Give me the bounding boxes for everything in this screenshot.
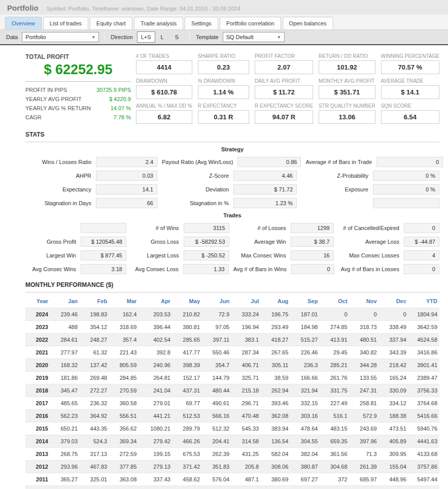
month-value-cell: 344.28	[350, 359, 379, 372]
metric-daily-avg-profit: DAILY AVG PROFIT$ 11.72	[255, 78, 313, 99]
month-value-cell: 405.89	[379, 435, 408, 448]
monthly-col-header: Feb	[80, 295, 109, 308]
month-value-cell: 351.83	[202, 461, 231, 473]
month-value-cell: 529.28	[173, 486, 202, 489]
year-cell: 2012	[25, 461, 50, 473]
month-value-cell: 480.51	[350, 334, 379, 346]
metric-profit-factor: PROFIT FACTOR2.07	[255, 53, 313, 74]
stat-label: Avg # of Bars in Wins	[233, 266, 287, 272]
table-row: 2014379.03524.3369.34279.42466.26204.413…	[25, 435, 439, 448]
tab-portfolio-correlation[interactable]: Portfolio correlation	[220, 17, 281, 29]
month-value-cell: 293.49	[261, 321, 290, 334]
month-value-cell: 203.53	[139, 308, 173, 321]
month-value-cell: 187.01	[290, 308, 320, 321]
monthly-section-title: MONTHLY PERFORMANCE ($)	[25, 281, 439, 288]
monthly-col-header: Nov	[350, 295, 379, 308]
stat-value-box: $ 71.72	[233, 184, 297, 194]
month-value-cell: 331.75	[320, 384, 349, 397]
stat-value-box	[81, 223, 126, 233]
page-subtitle: Symbol: Portfolio, Timeframe: unknown, D…	[47, 6, 240, 12]
stat-value-box: 0	[291, 264, 334, 274]
month-value-cell: 337.94	[379, 334, 408, 346]
table-row: 2013268.75317.13272.59199.15675.53262.39…	[25, 448, 439, 461]
month-value-cell: 362.08	[261, 410, 290, 422]
stat-label: Exposure	[301, 186, 368, 192]
trades-rows: # of Wins3115# of Losses1299# of Cancell…	[25, 223, 439, 274]
toolbar: Data Portfolio ▼ Direction L+SLS Templat…	[0, 29, 448, 45]
month-value-cell: 155.04	[379, 461, 408, 473]
direction-label: Direction	[111, 34, 132, 40]
stat-value-box: 0	[404, 223, 439, 233]
stat-value-box: 1.33	[183, 264, 229, 274]
table-row: 2021277.9761.32221.43392.8417.77550.4628…	[25, 346, 439, 359]
month-value-cell: 364.92	[80, 410, 109, 422]
direction-option-s[interactable]: S	[169, 32, 184, 42]
month-value-cell: 397.11	[202, 334, 231, 346]
template-select[interactable]: SQ Default ▼	[223, 32, 285, 42]
monthly-col-header: Sep	[290, 295, 320, 308]
month-value-cell: 332.15	[290, 397, 320, 410]
tab-settings[interactable]: Settings	[185, 17, 218, 29]
month-value-cell: 3901.41	[408, 359, 439, 372]
month-value-cell: 277.97	[50, 346, 80, 359]
month-value-cell: 318.69	[109, 321, 139, 334]
summary-row: YEARLY AVG % RETURN14.07 %	[25, 104, 131, 113]
divider	[25, 81, 131, 82]
month-value-cell: 325.71	[231, 372, 261, 384]
stat-value-box	[373, 198, 439, 208]
year-cell: 2014	[25, 435, 50, 448]
direction-option-l[interactable]: L	[155, 32, 169, 42]
stats-row: Wins / Losses Ratio2.4Payout Ratio (Avg …	[25, 157, 439, 167]
monthly-col-header: Dec	[379, 295, 408, 308]
month-value-cell: 0	[350, 308, 379, 321]
month-value-cell: 226.46	[290, 346, 320, 359]
metric-value: 4414	[136, 60, 192, 74]
month-value-cell: 318.73	[350, 321, 379, 334]
monthly-col-header: Year	[25, 295, 50, 308]
tab-overview[interactable]: Overview	[5, 17, 42, 29]
month-value-cell: 562.23	[50, 410, 80, 422]
month-value-cell: 279.13	[139, 461, 173, 473]
month-value-cell: 198.83	[80, 308, 109, 321]
year-cell: 2020	[25, 359, 50, 372]
data-select[interactable]: Portfolio ▼	[22, 32, 99, 42]
month-value-cell: 582.04	[261, 448, 290, 461]
month-value-cell: 5940.76	[408, 422, 439, 435]
tab-list-of-trades[interactable]: List of trades	[43, 17, 88, 29]
metric-label: DAILY AVG PROFIT	[255, 78, 313, 84]
metric-winning-percentage: WINNING PERCENTAGE70.57 %	[381, 53, 439, 74]
metric-label: SHARPE RATIO	[198, 53, 249, 59]
month-value-cell: 210.82	[173, 308, 202, 321]
month-value-cell: 383.1	[231, 334, 261, 346]
summary-row-value: 14.07 %	[111, 105, 131, 111]
stat-value-box: 4.46	[233, 171, 297, 181]
month-value-cell: 480.44	[202, 384, 231, 397]
month-value-cell: 441.21	[139, 410, 173, 422]
direction-option-l-plus-s[interactable]: L+S	[137, 31, 155, 43]
month-value-cell: 240.96	[139, 359, 173, 372]
tab-open-balances[interactable]: Open balances	[283, 17, 333, 29]
summary-row-value: 30725.9 PIPS	[96, 87, 131, 93]
monthly-col-header: Mar	[109, 295, 139, 308]
month-value-cell: 296.71	[231, 397, 261, 410]
summary-row-label: YEARLY AVG PROFIT	[25, 96, 82, 102]
tab-trade-analysis[interactable]: Trade analysis	[134, 17, 183, 29]
metric-of-trades: # OF TRADES4414	[136, 53, 192, 74]
table-row: 2017485.65236.32360.58279.0169.77490.612…	[25, 397, 439, 410]
metric-str-quality-number: STR QUALITY NUMBER13.06	[319, 103, 375, 124]
metric-label: DRAWDOWN	[136, 78, 192, 84]
stat-label: Avg Consec Loss	[131, 266, 179, 272]
metric-label: AVERAGE TRADE	[381, 78, 439, 84]
month-value-cell: 227.49	[320, 397, 349, 410]
table-row: 2019181.86269.48284.85264.81152.17144.79…	[25, 372, 439, 384]
tab-equity-chart[interactable]: Equity chart	[90, 17, 132, 29]
month-value-cell: 317.13	[80, 448, 109, 461]
stat-value-box: 3115	[184, 223, 229, 233]
month-value-cell: 196.94	[231, 321, 261, 334]
year-cell: 2024	[25, 308, 50, 321]
month-value-cell: 372	[320, 473, 349, 486]
month-value-cell: 184.98	[290, 321, 320, 334]
stat-label: Expectancy	[25, 186, 91, 192]
month-value-cell: 325.01	[80, 473, 109, 486]
month-value-cell: 165.24	[379, 372, 408, 384]
